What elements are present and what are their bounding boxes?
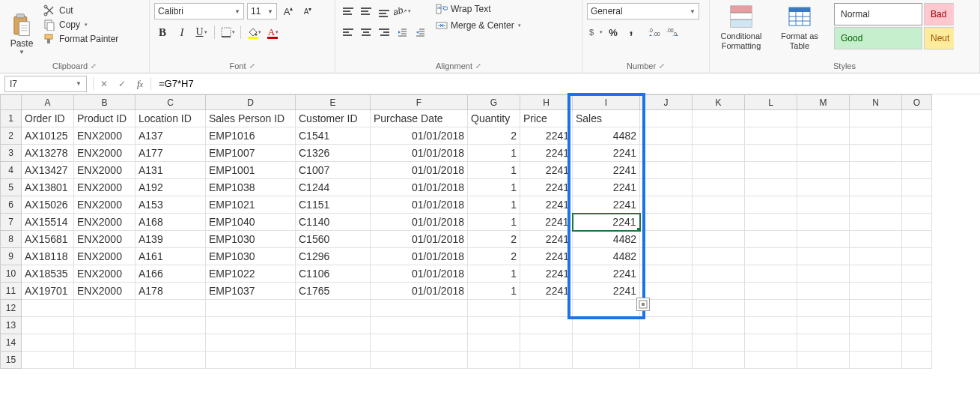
cell[interactable] xyxy=(693,317,745,334)
column-header[interactable]: K xyxy=(693,95,745,110)
cell[interactable]: 2 xyxy=(468,248,520,265)
cell[interactable]: 4482 xyxy=(573,127,640,145)
cell[interactable] xyxy=(136,334,206,352)
number-format-combo[interactable]: General▼ xyxy=(587,3,699,19)
cell[interactable] xyxy=(850,196,902,214)
cell[interactable]: 2241 xyxy=(573,214,640,231)
row-header[interactable]: 3 xyxy=(1,145,22,162)
cell[interactable] xyxy=(745,196,797,214)
cell[interactable] xyxy=(902,196,932,214)
cell[interactable]: EMP1030 xyxy=(206,231,296,248)
cell[interactable] xyxy=(296,352,371,369)
cell[interactable] xyxy=(520,352,573,369)
cell[interactable] xyxy=(136,317,206,334)
row-header[interactable]: 1 xyxy=(1,110,22,127)
cell[interactable] xyxy=(797,334,850,352)
cell[interactable]: 01/01/2018 xyxy=(371,231,468,248)
cell[interactable] xyxy=(693,214,745,231)
cell[interactable] xyxy=(850,145,902,162)
column-header[interactable]: E xyxy=(296,95,371,110)
cell[interactable] xyxy=(693,127,745,145)
row-header[interactable]: 12 xyxy=(1,300,22,317)
cell[interactable] xyxy=(797,214,850,231)
cell[interactable]: Customer ID xyxy=(296,110,371,127)
cell[interactable]: A137 xyxy=(136,127,206,145)
cell[interactable] xyxy=(371,300,468,317)
cell[interactable]: C1151 xyxy=(296,196,371,214)
cell[interactable] xyxy=(902,248,932,265)
align-bottom-button[interactable] xyxy=(376,3,392,19)
cell[interactable] xyxy=(850,265,902,283)
merge-center-button[interactable]: Merge & Center▾ xyxy=(436,19,521,31)
cell[interactable] xyxy=(850,231,902,248)
row-header[interactable]: 10 xyxy=(1,265,22,283)
conditional-formatting-button[interactable]: Conditional Formatting xyxy=(714,3,768,51)
cell[interactable]: Price xyxy=(520,110,573,127)
cell[interactable] xyxy=(797,317,850,334)
cell[interactable]: 4482 xyxy=(573,231,640,248)
cell[interactable] xyxy=(745,179,797,196)
cell[interactable]: EMP1040 xyxy=(206,214,296,231)
cell[interactable] xyxy=(296,300,371,317)
cell[interactable]: ENX2000 xyxy=(74,231,136,248)
cell[interactable] xyxy=(206,334,296,352)
cell[interactable] xyxy=(206,300,296,317)
cell[interactable] xyxy=(693,334,745,352)
cell[interactable] xyxy=(850,352,902,369)
cell[interactable] xyxy=(693,231,745,248)
cell[interactable] xyxy=(693,300,745,317)
worksheet-grid[interactable]: ABCDEFGHIJKLMNO1Order IDProduct IDLocati… xyxy=(0,94,980,369)
cut-button[interactable]: Cut xyxy=(43,4,118,16)
cell[interactable]: A161 xyxy=(136,248,206,265)
cell[interactable]: ENX2000 xyxy=(74,283,136,300)
cell[interactable] xyxy=(573,334,640,352)
cell[interactable] xyxy=(74,352,136,369)
cell[interactable] xyxy=(745,214,797,231)
cell[interactable] xyxy=(745,317,797,334)
row-header[interactable]: 7 xyxy=(1,214,22,231)
cell[interactable]: 2 xyxy=(468,127,520,145)
cell[interactable]: C1541 xyxy=(296,127,371,145)
column-header[interactable]: H xyxy=(520,95,573,110)
cell[interactable] xyxy=(693,196,745,214)
cell[interactable] xyxy=(693,352,745,369)
cell[interactable] xyxy=(468,317,520,334)
cell[interactable]: 2241 xyxy=(520,162,573,179)
bold-button[interactable]: B xyxy=(154,24,171,40)
row-header[interactable]: 14 xyxy=(1,334,22,352)
row-header[interactable]: 15 xyxy=(1,352,22,369)
cell[interactable]: AX10125 xyxy=(22,127,74,145)
cell[interactable]: 2241 xyxy=(520,283,573,300)
cell[interactable] xyxy=(693,179,745,196)
cell[interactable]: 2241 xyxy=(520,265,573,283)
cell[interactable]: 2241 xyxy=(520,145,573,162)
cell[interactable] xyxy=(520,334,573,352)
cell[interactable] xyxy=(797,265,850,283)
cell[interactable]: AX18535 xyxy=(22,265,74,283)
cell[interactable] xyxy=(902,162,932,179)
cell[interactable] xyxy=(850,162,902,179)
cell[interactable] xyxy=(745,127,797,145)
cell[interactable]: 2241 xyxy=(573,283,640,300)
column-header[interactable]: C xyxy=(136,95,206,110)
underline-button[interactable]: U▾ xyxy=(193,24,210,40)
cell[interactable] xyxy=(74,334,136,352)
increase-font-button[interactable]: A▴ xyxy=(280,3,296,19)
column-header[interactable]: O xyxy=(902,95,932,110)
cell[interactable]: Purchase Date xyxy=(371,110,468,127)
cell[interactable] xyxy=(850,248,902,265)
cell[interactable]: A139 xyxy=(136,231,206,248)
column-header[interactable]: F xyxy=(371,95,468,110)
cell[interactable]: AX13427 xyxy=(22,162,74,179)
cell[interactable]: 2241 xyxy=(520,214,573,231)
cell[interactable]: 01/01/2018 xyxy=(371,196,468,214)
row-header[interactable]: 4 xyxy=(1,162,22,179)
cell[interactable]: 2241 xyxy=(520,179,573,196)
cell[interactable]: 2241 xyxy=(520,248,573,265)
cell[interactable]: EMP1038 xyxy=(206,179,296,196)
orientation-button[interactable]: ab↗▾ xyxy=(394,3,410,19)
cell[interactable] xyxy=(693,248,745,265)
cell[interactable]: 2241 xyxy=(520,127,573,145)
cell[interactable] xyxy=(902,265,932,283)
cell[interactable] xyxy=(640,265,693,283)
